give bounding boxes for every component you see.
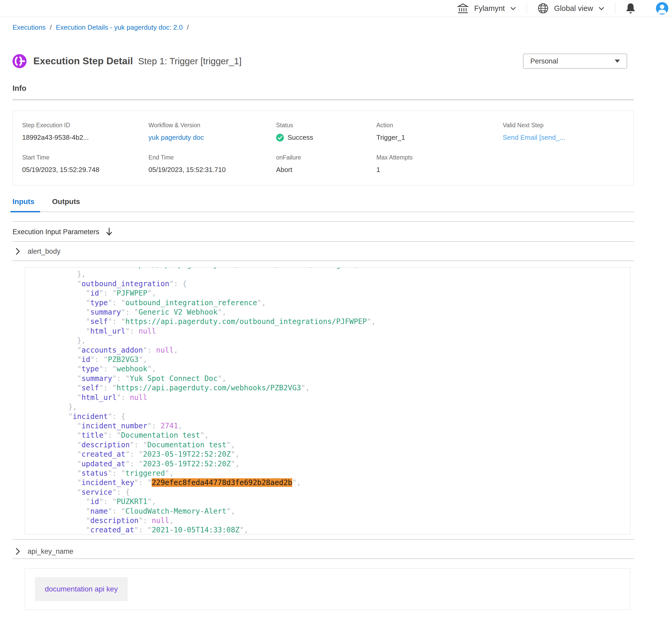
field-start-time: Start Time 05/19/2023, 15:52:29.748 <box>22 154 149 174</box>
api-key-name-value-box: documentation api key <box>25 568 630 610</box>
field-end-time: End Time 05/19/2023, 15:52:31.710 <box>149 154 276 174</box>
chevron-right-icon <box>16 548 20 555</box>
section-alert-body[interactable]: alert_body <box>12 245 634 258</box>
section-divider <box>12 558 634 559</box>
scope-select[interactable]: Personal <box>523 54 627 69</box>
page-header: Execution Step Detail Step 1: Trigger [t… <box>12 54 634 69</box>
tab-bar: Inputs Outputs <box>12 198 634 212</box>
download-arrow-icon[interactable] <box>105 227 113 236</box>
info-heading: Info <box>12 84 634 93</box>
chevron-down-icon <box>510 6 516 10</box>
params-title: Execution Input Parameters <box>12 228 99 236</box>
success-check-icon <box>276 134 284 141</box>
section-label: alert_body <box>27 247 61 255</box>
notifications-button[interactable] <box>625 3 636 14</box>
json-code-block[interactable]: "self": "https://api.pagerduty.com/webho… <box>25 267 630 534</box>
field-value: 05/19/2023, 15:52:31.710 <box>149 166 276 174</box>
field-max-attempts: Max Attempts 1 <box>376 154 503 174</box>
field-label: Valid Next Step <box>503 122 634 129</box>
field-value: 1 <box>376 166 503 174</box>
avatar[interactable] <box>656 2 668 15</box>
tab-inputs[interactable]: Inputs <box>12 198 35 212</box>
field-valid-next-step: Valid Next Step Send Email [send_... <box>503 122 634 141</box>
org-label: Fylamynt <box>474 4 505 13</box>
breadcrumb-execution-details[interactable]: Execution Details - yuk pagerduty doc: 2… <box>56 23 183 31</box>
field-label: Status <box>276 122 376 129</box>
chevron-down-icon <box>598 6 604 10</box>
bank-icon <box>457 3 469 14</box>
section-divider <box>12 241 634 242</box>
section-api-key-name[interactable]: api_key_name <box>12 545 634 557</box>
tab-outputs[interactable]: Outputs <box>52 198 81 212</box>
next-step-link[interactable]: Send Email [send_... <box>503 133 634 141</box>
field-workflow-version: Workflow & Version yuk pagerduty doc <box>149 122 276 141</box>
field-label: Step Execution ID <box>22 122 149 129</box>
breadcrumb-executions[interactable]: Executions <box>12 23 46 31</box>
info-card: Step Execution ID 18992a43-9538-4b2... W… <box>12 111 634 186</box>
field-label: Action <box>376 122 503 129</box>
page-title: Execution Step Detail <box>33 56 133 67</box>
field-status: Status Success <box>276 122 376 141</box>
scope-select-value: Personal <box>530 57 558 65</box>
page-subtitle: Step 1: Trigger [trigger_1] <box>138 56 242 66</box>
field-label: Max Attempts <box>376 154 503 161</box>
field-value: Trigger_1 <box>376 133 503 141</box>
execution-input-parameters-header: Execution Input Parameters <box>12 226 634 237</box>
field-value: Abort <box>276 166 376 174</box>
topbar: Fylamynt Global view <box>0 0 672 17</box>
view-label: Global view <box>554 4 593 13</box>
chevron-right-icon <box>16 248 20 255</box>
field-action: Action Trigger_1 <box>376 122 503 141</box>
field-label: Workflow & Version <box>149 122 276 129</box>
breadcrumb-separator: / <box>50 23 52 31</box>
status-badge: Success <box>287 133 313 141</box>
section-divider <box>12 261 634 261</box>
workflow-link[interactable]: yuk pagerduty doc <box>149 133 276 141</box>
section-divider <box>12 539 634 540</box>
caret-down-icon <box>615 60 620 63</box>
section-divider <box>12 99 634 100</box>
bell-icon <box>625 3 636 14</box>
field-value: 05/19/2023, 15:52:29.748 <box>22 166 149 174</box>
fylamynt-logo-icon <box>12 54 26 68</box>
view-switcher[interactable]: Global view <box>537 3 604 14</box>
org-switcher[interactable]: Fylamynt <box>457 3 516 14</box>
api-key-name-chip: documentation api key <box>35 577 128 601</box>
field-label: End Time <box>149 154 276 161</box>
field-onfailure: onFailure Abort <box>276 154 376 174</box>
field-label: Start Time <box>22 154 149 161</box>
field-label: onFailure <box>276 154 376 161</box>
field-step-execution-id: Step Execution ID 18992a43-9538-4b2... <box>22 122 149 141</box>
json-code-content: "self": "https://api.pagerduty.com/webho… <box>25 267 630 534</box>
section-label: api_key_name <box>27 547 73 555</box>
field-value: 18992a43-9538-4b2... <box>22 133 149 141</box>
breadcrumb-separator: / <box>187 23 188 31</box>
breadcrumb: Executions / Execution Details - yuk pag… <box>12 23 634 31</box>
section-divider <box>12 221 634 222</box>
globe-icon <box>537 3 549 14</box>
